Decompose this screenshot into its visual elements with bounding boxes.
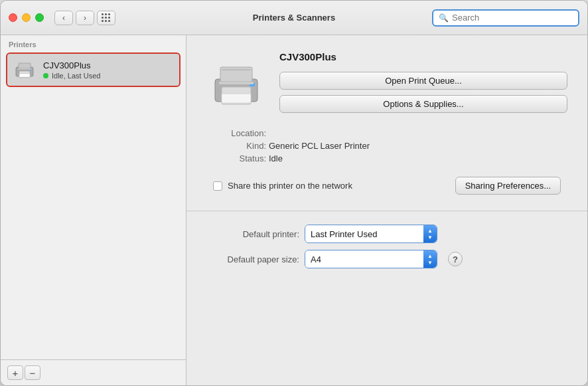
search-box[interactable]: 🔍	[432, 9, 579, 27]
svg-rect-5	[18, 68, 31, 70]
location-row: Location:	[220, 128, 567, 138]
sidebar-header: Printers	[1, 35, 186, 51]
info-section: Location: Kind: Generic PCL Laser Printe…	[206, 128, 567, 163]
status-dot	[43, 73, 48, 78]
close-button[interactable]	[9, 13, 17, 22]
search-icon: 🔍	[439, 13, 449, 23]
default-printer-dropdown[interactable]: Last Printer Used ▲ ▼	[305, 225, 437, 243]
chevron-down-icon: ▼	[427, 235, 433, 241]
share-label: Share this printer on the network	[228, 181, 352, 191]
default-printer-value: Last Printer Used	[305, 225, 424, 242]
grid-icon	[102, 13, 111, 23]
svg-rect-1	[19, 63, 31, 68]
window: ‹ › Printers & Scanners 🔍 Printers	[0, 0, 588, 386]
location-label: Location:	[220, 128, 266, 138]
chevron-down-icon-2: ▼	[427, 260, 433, 266]
back-button[interactable]: ‹	[54, 11, 73, 25]
printer-info: CJV300Plus Idle, Last Used	[43, 60, 100, 80]
nav-buttons: ‹ ›	[54, 11, 94, 25]
share-checkbox-wrap[interactable]: Share this printer on the network	[213, 181, 352, 191]
detail-printer-name: CJV300Plus	[279, 51, 567, 62]
default-printer-label: Default printer:	[213, 229, 299, 239]
default-paper-value: A4	[305, 250, 424, 268]
footer-section: Default printer: Last Printer Used ▲ ▼ D…	[206, 225, 567, 268]
remove-printer-button[interactable]: −	[25, 365, 40, 380]
divider	[186, 211, 587, 211]
maximize-button[interactable]	[35, 13, 44, 22]
status-label: Status:	[220, 153, 266, 163]
titlebar: ‹ › Printers & Scanners 🔍	[1, 1, 587, 35]
kind-label: Kind:	[220, 141, 266, 151]
search-input[interactable]	[452, 13, 573, 23]
default-paper-arrows[interactable]: ▲ ▼	[423, 250, 437, 268]
detail-top: CJV300Plus Open Print Queue... Options &…	[206, 48, 567, 115]
printer-name: CJV300Plus	[43, 60, 100, 70]
traffic-lights	[9, 13, 44, 22]
kind-value: Generic PCL Laser Printer	[269, 141, 370, 151]
printer-svg-big	[210, 60, 263, 110]
minimize-button[interactable]	[22, 13, 31, 22]
svg-rect-11	[219, 82, 254, 84]
detail-right: CJV300Plus Open Print Queue... Options &…	[279, 48, 567, 113]
add-printer-button[interactable]: +	[7, 365, 23, 380]
share-checkbox[interactable]	[213, 181, 222, 191]
default-printer-arrows[interactable]: ▲ ▼	[423, 225, 437, 242]
printer-status: Idle, Last Used	[43, 72, 100, 80]
grid-view-button[interactable]	[97, 11, 115, 25]
printer-status-text: Idle, Last Used	[52, 72, 100, 80]
options-supplies-button[interactable]: Options & Supplies...	[279, 95, 567, 113]
chevron-up-icon-2: ▲	[427, 253, 433, 259]
status-value: Idle	[269, 153, 283, 163]
open-print-queue-button[interactable]: Open Print Queue...	[279, 72, 567, 90]
svg-rect-12	[222, 69, 251, 70]
printer-big-icon	[206, 55, 266, 115]
default-paper-label: Default paper size:	[213, 254, 299, 264]
share-row: Share this printer on the network Sharin…	[206, 177, 567, 195]
printer-svg-small	[13, 59, 36, 80]
default-printer-row: Default printer: Last Printer Used ▲ ▼	[213, 225, 561, 243]
printer-list: CJV300Plus Idle, Last Used	[1, 51, 186, 359]
status-row: Status: Idle	[220, 153, 567, 163]
printer-icon-small	[13, 59, 37, 80]
sharing-preferences-button[interactable]: Sharing Preferences...	[455, 177, 561, 195]
chevron-up-icon: ▲	[427, 228, 433, 234]
window-title: Printers & Scanners	[253, 13, 335, 23]
default-paper-row: Default paper size: A4 ▲ ▼ ?	[213, 250, 561, 268]
main-content: Printers C	[1, 35, 587, 385]
printer-item[interactable]: CJV300Plus Idle, Last Used	[6, 52, 181, 87]
default-paper-dropdown[interactable]: A4 ▲ ▼	[305, 250, 437, 268]
help-button[interactable]: ?	[448, 252, 463, 266]
kind-row: Kind: Generic PCL Laser Printer	[220, 141, 567, 151]
forward-button[interactable]: ›	[76, 11, 94, 25]
svg-rect-3	[19, 74, 30, 77]
detail-panel: CJV300Plus Open Print Queue... Options &…	[186, 35, 587, 385]
svg-rect-9	[222, 94, 251, 103]
sidebar-bottom: + −	[1, 359, 186, 385]
sidebar: Printers C	[1, 35, 186, 385]
